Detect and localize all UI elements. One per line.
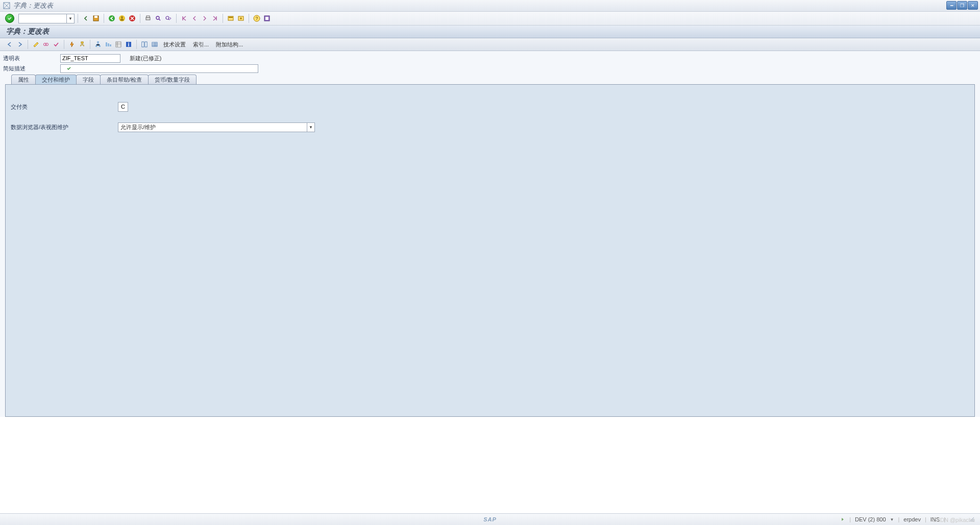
command-dropdown-icon[interactable]: ▼ [66,14,74,23]
svg-rect-7 [146,16,150,17]
svg-rect-30 [145,42,147,47]
separator [249,14,249,23]
svg-rect-16 [265,17,268,20]
tab-delivery-maintenance[interactable]: 交付和维护 [35,74,77,84]
exit-yellow-icon[interactable] [117,14,127,23]
svg-rect-25 [110,44,111,46]
screen-title-text: 字典：更改表 [6,27,49,36]
graphic-icon[interactable] [104,40,113,49]
svg-rect-19 [81,42,83,43]
where-used-icon[interactable] [78,40,87,49]
save-icon[interactable] [91,14,101,23]
separator [136,40,137,49]
info-icon[interactable]: i [124,40,133,49]
back-icon[interactable] [81,14,90,23]
svg-rect-29 [142,42,144,47]
contents-icon[interactable] [114,40,123,49]
dropdown-icon[interactable]: ▼ [307,123,314,132]
tab-attributes[interactable]: 属性 [11,74,36,84]
display-change-icon[interactable] [31,40,40,49]
delivery-class-input[interactable] [118,102,128,112]
minimize-button[interactable]: ━ [946,1,957,10]
short-description-input[interactable] [60,64,258,73]
back-green-icon[interactable] [107,14,116,23]
data-browser-value: 允许显示/维护 [120,123,156,131]
svg-rect-20 [97,41,99,43]
separator [140,14,140,23]
print-icon[interactable] [143,14,153,23]
window-title: 字典：更改表 [13,1,53,10]
find-next-icon[interactable] [164,14,173,23]
table-name-input[interactable] [60,54,120,63]
nav-forward-icon[interactable] [15,40,24,49]
generate-session-icon[interactable] [236,14,246,23]
screen-title: 字典：更改表 [0,26,980,38]
help-icon[interactable]: ? [252,14,261,23]
separator [176,14,177,23]
svg-rect-2 [94,16,97,18]
new-session-icon[interactable] [226,14,235,23]
table-display-icon[interactable] [150,40,159,49]
tab-currency-quantity[interactable]: 货币/数量字段 [148,74,197,84]
separator [104,14,104,23]
last-page-icon[interactable] [210,14,219,23]
tab-panel: 交付类 数据浏览器/表视图维护 允许显示/维护 ▼ [5,84,975,417]
tab-fields[interactable]: 字段 [76,74,101,84]
maximize-button[interactable]: ❐ [957,1,967,10]
delivery-class-label: 交付类 [11,103,118,111]
transparent-table-label: 透明表 [3,55,60,62]
svg-rect-11 [229,17,233,18]
svg-rect-24 [108,43,109,46]
other-object-icon[interactable] [41,40,51,49]
first-page-icon[interactable] [180,14,189,23]
system-toolbar: ▼ ? [0,12,980,26]
svg-rect-6 [146,17,150,20]
nav-back-icon[interactable] [5,40,14,49]
tabstrip: 属性 交付和维护 字段 条目帮助/检查 货币/数量字段 [3,74,977,84]
cancel-red-icon[interactable] [128,14,137,23]
append-structure-button[interactable]: 附加结构... [213,40,246,49]
svg-rect-23 [106,42,107,46]
separator [78,14,78,23]
separator [64,40,64,49]
sap-window-icon [3,2,10,9]
activate-icon[interactable] [67,40,77,49]
short-description-label: 简短描述 [3,65,60,72]
window-titlebar: 字典：更改表 ━ ❐ ✕ [0,0,980,12]
find-icon[interactable] [154,14,163,23]
svg-text:?: ? [255,16,258,21]
svg-rect-31 [152,42,157,46]
table-contents-icon[interactable] [140,40,149,49]
tab-entry-help-check[interactable]: 条目帮助/检查 [100,74,149,84]
prev-page-icon[interactable] [190,14,199,23]
form-area: 透明表 新建(已修正) 简短描述 属性 交付和维护 字段 条目帮助/检查 货币/… [0,51,980,417]
close-button[interactable]: ✕ [968,1,978,10]
separator [28,40,28,49]
svg-text:i: i [128,42,130,47]
application-toolbar: i 技术设置 索引... 附加结构... [0,38,980,51]
separator [223,14,223,23]
command-field[interactable]: ▼ [18,14,75,23]
svg-point-8 [156,16,159,19]
svg-point-3 [109,15,115,21]
technical-settings-button[interactable]: 技术设置 [160,40,189,49]
next-page-icon[interactable] [200,14,209,23]
indexes-button[interactable]: 索引... [190,40,212,49]
svg-rect-26 [116,42,121,47]
check-icon[interactable] [52,40,61,49]
data-browser-select[interactable]: 允许显示/维护 ▼ [118,122,315,132]
svg-rect-21 [95,45,97,47]
required-indicator-icon [66,66,71,71]
separator [90,40,90,49]
hierarchy-icon[interactable] [93,40,103,49]
svg-rect-22 [99,45,101,47]
status-text: 新建(已修正) [130,55,161,62]
customize-icon[interactable] [262,14,272,23]
enter-button[interactable] [5,14,14,23]
data-browser-label: 数据浏览器/表视图维护 [11,123,118,131]
